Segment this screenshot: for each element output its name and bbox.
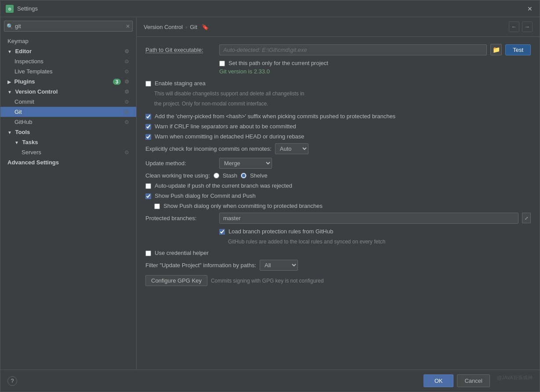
github-rules-desc: GitHub rules are added to the local rule… <box>228 238 531 246</box>
load-branch-protection-row: Load branch protection rules from GitHub <box>219 228 531 235</box>
sidebar-item-commit[interactable]: Commit ⚙ <box>0 97 136 107</box>
search-box: 🔍 ✕ <box>4 21 133 32</box>
inspections-label: Inspections <box>14 58 43 65</box>
live-templates-gear-icon: ⚙ <box>124 69 129 75</box>
sidebar-item-version-control[interactable]: ▼ Version Control ⚙ <box>0 87 136 97</box>
warn-detached-label: Warn when committing in detached HEAD or… <box>155 133 304 140</box>
svg-text:⚙: ⚙ <box>8 7 11 11</box>
plugins-badge: 3 <box>113 79 121 85</box>
nav-forward-button[interactable]: → <box>522 22 533 32</box>
expand-button[interactable]: ⤢ <box>522 213 531 223</box>
nav-back-button[interactable]: ← <box>509 22 519 32</box>
commit-label: Commit <box>14 98 34 105</box>
filter-update-select[interactable]: All Changed None <box>260 260 298 271</box>
warn-crlf-row: Warn if CRLF line separators are about t… <box>145 123 531 130</box>
stash-radio[interactable] <box>214 173 219 178</box>
github-gear-icon: ⚙ <box>124 119 129 125</box>
show-push-dialog-checkbox[interactable] <box>145 193 151 199</box>
update-method-select[interactable]: Merge Rebase Branch Default <box>219 158 272 169</box>
auto-update-label: Auto-update if push of the current branc… <box>155 182 292 189</box>
bookmark-icon: 🔖 <box>202 24 209 30</box>
plugins-gear-icon: ⚙ <box>124 79 129 85</box>
vc-gear-icon: ⚙ <box>124 89 129 95</box>
servers-label: Servers <box>22 149 41 156</box>
warn-detached-checkbox[interactable] <box>145 134 151 140</box>
set-path-only-checkbox[interactable] <box>219 61 225 66</box>
use-credential-checkbox[interactable] <box>145 250 151 256</box>
sidebar-item-plugins[interactable]: ▶ Plugins 3 ⚙ <box>0 76 136 87</box>
load-branch-protection-checkbox[interactable] <box>219 229 225 235</box>
sidebar-item-inspections[interactable]: Inspections ⚙ <box>0 56 136 66</box>
sidebar: 🔍 ✕ Keymap ▼ Editor ⚙ Inspections ⚙ L <box>0 17 137 370</box>
show-push-protected-label: Show Push dialog only when committing to… <box>163 203 323 209</box>
protected-branches-input[interactable] <box>219 213 518 224</box>
breadcrumb-root: Version Control <box>144 24 183 30</box>
warn-detached-row: Warn when committing in detached HEAD or… <box>145 133 531 140</box>
set-path-only-label: Set this path only for the current proje… <box>228 60 328 66</box>
incoming-commits-select[interactable]: Auto Always Never <box>275 143 308 154</box>
cherry-pick-label: Add the 'cherry-picked from <hash>' suff… <box>155 113 395 120</box>
show-push-dialog-label: Show Push dialog for Commit and Push <box>155 192 256 199</box>
editor-gear-icon: ⚙ <box>124 48 129 54</box>
enable-staging-checkbox[interactable] <box>145 81 151 87</box>
load-branch-protection-label: Load branch protection rules from GitHub <box>228 228 333 235</box>
sidebar-item-keymap[interactable]: Keymap <box>0 36 136 46</box>
advanced-settings-label: Advanced Settings <box>7 159 59 166</box>
folder-button[interactable]: 📁 <box>490 44 502 55</box>
keymap-label: Keymap <box>7 38 29 44</box>
test-button[interactable]: Test <box>505 44 531 55</box>
commit-gear-icon: ⚙ <box>124 99 129 105</box>
nav-section: Keymap ▼ Editor ⚙ Inspections ⚙ Live Tem… <box>0 35 136 168</box>
cherry-pick-checkbox[interactable] <box>145 114 151 120</box>
auto-update-checkbox[interactable] <box>145 183 151 189</box>
search-input[interactable] <box>4 21 133 32</box>
sidebar-item-advanced-settings[interactable]: Advanced Settings <box>0 157 136 167</box>
use-credential-label: Use credential helper <box>155 250 209 256</box>
warn-crlf-checkbox[interactable] <box>145 124 151 130</box>
panel-header: Version Control › Git 🔖 ← → <box>137 17 540 37</box>
sidebar-item-git[interactable]: Git ⚙ <box>0 107 136 117</box>
help-button[interactable]: ? <box>7 376 17 386</box>
ok-button[interactable]: OK <box>424 374 454 387</box>
footer: ? OK Cancel @JAVA百炼成神 <box>0 370 540 392</box>
sidebar-item-github[interactable]: GitHub ⚙ <box>0 117 136 127</box>
git-gear-icon: ⚙ <box>124 109 129 115</box>
folder-icon: 📁 <box>493 46 500 53</box>
sidebar-item-tasks[interactable]: ▼ Tasks <box>0 137 136 147</box>
set-path-only-row: Set this path only for the current proje… <box>219 60 531 66</box>
app-icon: ⚙ <box>6 5 14 13</box>
shelve-label: Shelve <box>250 172 268 179</box>
sidebar-item-live-templates[interactable]: Live Templates ⚙ <box>0 66 136 76</box>
git-label: Git <box>14 109 22 115</box>
use-credential-row: Use credential helper <box>145 250 531 256</box>
clean-working-tree-label: Clean working tree using: <box>145 172 210 179</box>
filter-update-label: Filter "Update Project" information by p… <box>145 262 256 269</box>
git-path-input[interactable] <box>219 44 487 55</box>
show-push-protected-checkbox[interactable] <box>154 203 160 209</box>
right-panel: Version Control › Git 🔖 ← → Path to Git … <box>137 17 540 370</box>
configure-gpg-button[interactable]: Configure GPG Key <box>145 275 207 286</box>
main-content: 🔍 ✕ Keymap ▼ Editor ⚙ Inspections ⚙ L <box>0 17 540 370</box>
filter-update-row: Filter "Update Project" information by p… <box>145 260 531 271</box>
search-icon: 🔍 <box>7 23 13 29</box>
tools-label: ▼ Tools <box>7 129 30 135</box>
footer-buttons: OK Cancel @JAVA百炼成神 <box>424 374 533 387</box>
shelve-radio[interactable] <box>241 173 246 178</box>
git-path-label: Path to Git executable: <box>145 47 216 53</box>
breadcrumb-separator: › <box>185 24 187 30</box>
close-button[interactable]: ✕ <box>526 4 534 13</box>
cancel-button[interactable]: Cancel <box>457 374 489 387</box>
update-method-row: Update method: Merge Rebase Branch Defau… <box>145 158 531 169</box>
sidebar-item-tools[interactable]: ▼ Tools <box>0 127 136 137</box>
live-templates-label: Live Templates <box>14 68 52 75</box>
github-label: GitHub <box>14 119 32 125</box>
enable-staging-desc1: This will disable changelists support an… <box>154 90 531 98</box>
enable-staging-desc2: the project. Only for non-modal commit i… <box>154 100 531 108</box>
enable-staging-label: Enable staging area <box>155 80 206 87</box>
search-clear-icon[interactable]: ✕ <box>126 23 130 29</box>
breadcrumb: Version Control › Git 🔖 <box>144 24 209 30</box>
inspections-gear-icon: ⚙ <box>124 58 129 65</box>
sidebar-item-servers[interactable]: Servers ⚙ <box>0 147 136 157</box>
sidebar-item-editor[interactable]: ▼ Editor ⚙ <box>0 46 136 56</box>
version-control-label: ▼ Version Control <box>7 88 58 95</box>
